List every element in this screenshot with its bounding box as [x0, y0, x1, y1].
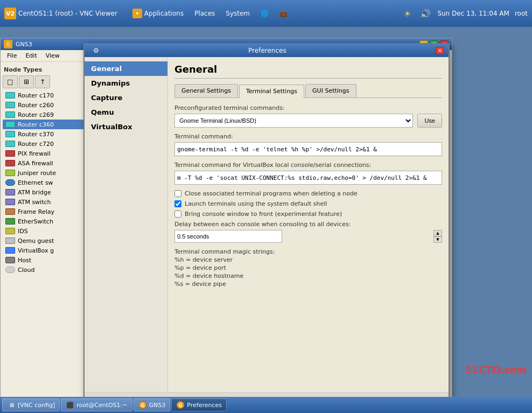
svg-text:G: G [179, 403, 183, 408]
taskbar-right: ☀ 🔊 Sun Dec 13, 11:04 AM root [401, 7, 528, 20]
delay-input[interactable] [174, 230, 282, 243]
vnc-config-icon: 🖥 [7, 401, 16, 409]
checkbox2-row: Launch terminals using the system defaul… [174, 200, 442, 207]
toolbar-btn-2[interactable]: ⊞ [19, 75, 34, 88]
node-router-c269[interactable]: Router c269 [3, 110, 84, 120]
node-router-c170[interactable]: Router c170 [3, 90, 84, 100]
delay-spinner: ▲ ▼ [174, 230, 442, 243]
nav-general[interactable]: General [85, 61, 167, 76]
node-host[interactable]: Host [3, 255, 84, 265]
node-router-c360[interactable]: Router c360 [3, 120, 84, 129]
checkbox3-label: Bring console window to front (experimen… [185, 211, 342, 218]
content-title: General [174, 64, 442, 79]
sun-icon: ☀ [401, 7, 414, 20]
tab-terminal-settings[interactable]: Terminal Settings [239, 85, 304, 98]
briefcase-icon-btn[interactable]: 💼 [275, 6, 292, 20]
preconfig-row: Gnome Terminal (Linux/BSD)xtermKDE Konso… [174, 114, 442, 128]
magic-strings: Terminal command magic strings: %h = dev… [174, 248, 442, 288]
terminal-cmd-label: Terminal command: [174, 133, 442, 140]
terminal-select[interactable]: Gnome Terminal (Linux/BSD)xtermKDE Konso… [174, 114, 413, 128]
apps-icon: ✦ [132, 9, 142, 18]
globe-icon-btn[interactable]: 🌐 [256, 6, 273, 20]
taskbar-bottom: 🖥 [VNC config] ⬛ root@CentOS1:~ G GNS3 G… [0, 397, 532, 413]
magic-h: %h = device server [174, 256, 442, 263]
checkbox1-label: Close associated terminal programs when … [185, 190, 358, 197]
dialog-tabs: General Settings Terminal Settings GUI S… [174, 84, 442, 98]
watermark-sub: 技术博客 Blog [492, 367, 527, 374]
taskbar-gns3[interactable]: G GNS3 [134, 398, 171, 411]
node-ethernet-sw[interactable]: Ethernet sw [3, 178, 84, 187]
node-ids[interactable]: IDS [3, 226, 84, 236]
terminal-icon: ⬛ [66, 401, 74, 409]
gns3-menu-edit[interactable]: Edit [21, 51, 41, 60]
dialog-close-btn[interactable]: ✕ [436, 47, 444, 54]
volume-icon[interactable]: 🔊 [419, 7, 432, 20]
node-qemu[interactable]: Qemu guest [3, 236, 84, 246]
preferences-dialog: ⚙ Preferences ✕ General Dynamips Capture… [83, 43, 450, 413]
preconfig-label: Preconfigurated terminal commands: [174, 104, 442, 111]
taskbar-preferences-label: Preferences [187, 402, 222, 409]
vbox-cmd-group: Terminal command for VirtualBox local co… [174, 162, 442, 185]
clock: Sun Dec 13, 11:04 AM [437, 10, 509, 17]
node-router-c260[interactable]: Router c260 [3, 100, 84, 110]
dialog-title-icon: ⚙ [93, 47, 99, 54]
taskbar-vnc-config[interactable]: 🖥 [VNC config] [2, 398, 60, 411]
tab-general-settings[interactable]: General Settings [174, 84, 238, 97]
taskbar-terminal[interactable]: ⬛ root@CentOS1:~ [61, 398, 132, 411]
launch-terminal-checkbox[interactable] [174, 200, 181, 207]
toolbar-btn-1[interactable]: □ [3, 75, 18, 88]
taskbar-vnc-label: [VNC config] [18, 402, 55, 409]
close-terminal-checkbox[interactable] [174, 190, 181, 197]
taskbar-terminal-label: root@CentOS1:~ [76, 402, 127, 409]
node-etherswitch[interactable]: EtherSwitch [3, 216, 84, 226]
dialog-nav: General Dynamips Capture Qemu VirtualBox [85, 57, 168, 392]
node-vbox[interactable]: VirtualBox g [3, 246, 84, 255]
taskbar-gns3-label: GNS3 [149, 402, 166, 409]
tab-gui-settings[interactable]: GUI Settings [305, 84, 356, 97]
vnc-logo: V2 [4, 8, 16, 19]
dialog-body: General Dynamips Capture Qemu VirtualBox… [85, 57, 449, 392]
sidebar-title: Node Types [3, 64, 84, 75]
delay-group: Delay between each console when consolin… [174, 221, 442, 243]
applications-menu[interactable]: ✦ Applications [128, 6, 188, 20]
toolbar-btn-3[interactable]: ↑ [35, 75, 50, 88]
bring-console-checkbox[interactable] [174, 211, 181, 218]
vbox-cmd-input[interactable] [174, 171, 442, 185]
delay-label: Delay between each console when consolin… [174, 221, 442, 228]
terminal-cmd-input[interactable] [174, 142, 442, 156]
node-atm-bridge[interactable]: ATM bridge [3, 187, 84, 197]
desktop: G GNS3 _ □ ✕ File Edit View Node Types □… [0, 27, 532, 397]
taskbar-preferences[interactable]: G Preferences [171, 398, 227, 411]
node-atm-switch[interactable]: ATM switch [3, 197, 84, 207]
node-asa-firewall[interactable]: ASA firewall [3, 158, 84, 168]
username: root [515, 10, 528, 17]
places-menu[interactable]: Places [190, 6, 219, 20]
checkbox1-row: Close associated terminal programs when … [174, 190, 442, 197]
system-menu[interactable]: System [221, 6, 254, 20]
nav-capture[interactable]: Capture [85, 90, 167, 105]
dialog-title: Preferences [99, 47, 436, 54]
delay-up-btn[interactable]: ▲ [433, 230, 442, 236]
checkbox2-label: Launch terminals using the system defaul… [185, 200, 327, 207]
nav-virtualbox[interactable]: VirtualBox [85, 120, 167, 134]
node-cloud[interactable]: Cloud [3, 265, 84, 275]
preferences-taskbar-icon: G [176, 401, 185, 409]
node-frame-relay[interactable]: Frame Relay [3, 207, 84, 216]
terminal-cmd-group: Terminal command: [174, 133, 442, 156]
nav-qemu[interactable]: Qemu [85, 105, 167, 120]
node-router-c370[interactable]: Router c370 [3, 129, 84, 139]
node-pix-firewall[interactable]: PIX firewall [3, 149, 84, 158]
use-button[interactable]: Use [417, 114, 442, 128]
gns3-menu-file[interactable]: File [3, 51, 21, 60]
nav-dynamips[interactable]: Dynamips [85, 76, 167, 90]
dialog-titlebar: ⚙ Preferences ✕ [85, 44, 449, 57]
gns3-sidebar: Node Types □ ⊞ ↑ Router c170 Router c260… [1, 62, 87, 403]
node-juniper-router[interactable]: Juniper route [3, 168, 84, 178]
gns3-menu-view[interactable]: View [41, 51, 64, 60]
taskbar-top: V2 CentOS1:1 (root) - VNC Viewer ✦ Appli… [0, 0, 532, 27]
gns3-title-icon: G [4, 40, 12, 48]
delay-down-btn[interactable]: ▼ [433, 236, 442, 243]
app-menu-bar: ✦ Applications Places System 🌐 💼 [128, 6, 292, 20]
magic-s: %s = device pipe [174, 281, 442, 288]
node-router-c720[interactable]: Router c720 [3, 139, 84, 149]
